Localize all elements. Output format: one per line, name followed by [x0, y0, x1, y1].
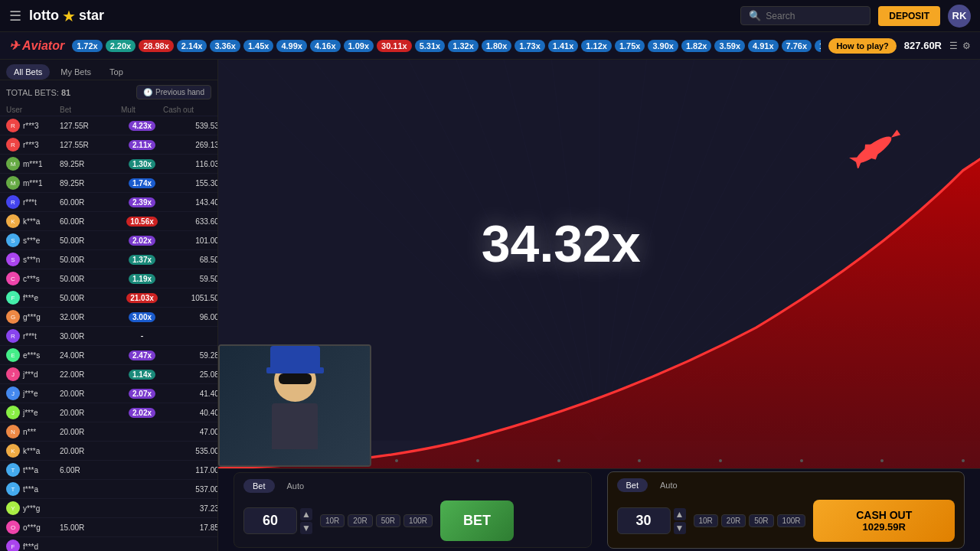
axis-dot	[880, 459, 884, 462]
quick-amount-button[interactable]: 100R	[777, 514, 806, 527]
hamburger-icon[interactable]: ☰	[9, 8, 21, 24]
table-row: Nn***20.00R47.00R	[0, 422, 217, 442]
multiplier-badge[interactable]: 1.73x	[514, 40, 545, 52]
cashout-cell: 96.00R	[163, 313, 217, 321]
deposit-button[interactable]: DEPOSIT	[878, 6, 940, 26]
bet-button[interactable]: BET	[440, 500, 514, 541]
search-icon: 🔍	[749, 10, 761, 21]
bet-amount-cell: 30.00R	[60, 332, 121, 341]
prev-hand-label: Previous hand	[155, 88, 204, 96]
bets-tab-top[interactable]: Top	[102, 64, 131, 80]
bet-amount-cell: 20.00R	[60, 447, 121, 455]
multiplier-badge[interactable]: 4.16x	[310, 40, 341, 52]
multiplier-cell: 2.11x	[121, 140, 163, 150]
cashout-cell: 17.85R	[163, 523, 217, 532]
bet-amount-cell: 89.25R	[60, 179, 121, 187]
multiplier-strip: 1.72x2.20x28.98x2.14x3.36x1.45x4.99x4.16…	[72, 40, 821, 52]
multiplier-badge[interactable]: 4.99x	[276, 40, 307, 52]
table-row: Ss***e50.00R2.02x101.00R	[0, 231, 217, 250]
prev-hand-button[interactable]: 🕐 Previous hand	[136, 85, 211, 99]
search-input[interactable]	[766, 11, 865, 21]
bet-amount-cell: 22.00R	[60, 370, 121, 379]
multiplier-badge[interactable]: 28.98x	[139, 40, 174, 52]
how-to-play-button[interactable]: How to play?	[828, 38, 896, 54]
avatar: M	[6, 176, 20, 190]
avatar: J	[6, 386, 20, 400]
username: j***e	[23, 409, 38, 417]
multiplier-badge[interactable]: 1.09x	[344, 40, 374, 52]
multiplier-badge[interactable]: 2.14x	[177, 40, 207, 52]
cashout-cell: 117.00R	[163, 466, 217, 474]
bets-tab-all-bets[interactable]: All Bets	[6, 64, 50, 80]
logo-star-icon: ★	[62, 7, 76, 25]
avatar: O	[6, 520, 20, 534]
user-cell: Mm***1	[6, 157, 60, 171]
multiplier-badge[interactable]: 1.11x	[815, 40, 821, 52]
multiplier-badge[interactable]: 3.36x	[210, 40, 240, 52]
multiplier-badge[interactable]: 4.91x	[748, 40, 779, 52]
quick-amount-button[interactable]: 50R	[376, 514, 400, 527]
avatar: C	[6, 272, 20, 285]
user-avatar[interactable]: RK	[948, 5, 971, 28]
top-nav: ☰ lotto ★ star 🔍 DEPOSIT RK	[0, 0, 980, 32]
table-row: Oo***g15.00R17.85R	[0, 518, 217, 537]
quick-amount-button[interactable]: 10R	[320, 514, 345, 527]
avatar: J	[6, 406, 20, 419]
username: k***a	[23, 217, 40, 226]
bet-amount-1: 60	[243, 507, 297, 534]
panel-tab-bet[interactable]: Bet	[243, 479, 275, 493]
bets-header: TOTAL BETS: 81 🕐 Previous hand	[0, 80, 217, 104]
multiplier-badge[interactable]: 5.31x	[415, 40, 446, 52]
amount-down-2[interactable]: ▼	[674, 522, 686, 534]
multiplier-badge[interactable]: 3.90x	[648, 40, 678, 52]
multiplier-badge[interactable]: 1.75x	[615, 40, 645, 52]
amount-up-2[interactable]: ▲	[674, 508, 686, 520]
cashout-cell: 269.13R	[163, 141, 217, 149]
amount-up-1[interactable]: ▲	[300, 508, 312, 520]
settings-icon[interactable]: ⚙	[962, 41, 971, 51]
quick-amount-button[interactable]: 10R	[694, 514, 718, 527]
list-icon[interactable]: ☰	[949, 41, 958, 51]
user-cell: Rr***3	[6, 138, 60, 152]
multiplier-badge[interactable]: 1.12x	[581, 40, 612, 52]
table-row: Ff***d	[0, 537, 217, 551]
avatar: M	[6, 157, 20, 171]
multiplier-badge[interactable]: 1.82x	[681, 40, 712, 52]
quick-amount-button[interactable]: 50R	[749, 514, 773, 527]
multiplier-badge[interactable]: 2.20x	[106, 40, 136, 52]
user-cell: Nn***	[6, 425, 60, 439]
avatar: G	[6, 310, 20, 324]
panel-tab-auto[interactable]: Auto	[278, 479, 314, 493]
multiplier-pill: 2.39x	[129, 197, 155, 207]
username: t***a	[23, 466, 38, 474]
table-row: Ee***s24.00R2.47x59.28R	[0, 346, 217, 365]
panel-tab-bet[interactable]: Bet	[617, 478, 648, 492]
quick-amount-button[interactable]: 100R	[403, 514, 433, 527]
multiplier-badge[interactable]: 1.80x	[482, 40, 512, 52]
username: g***g	[23, 313, 41, 321]
username: y***g	[23, 504, 40, 513]
quick-amount-button[interactable]: 20R	[721, 514, 746, 527]
balance-display: 827.60R	[904, 40, 942, 51]
multiplier-badge[interactable]: 3.59x	[714, 40, 745, 52]
panel-2-tabs: BetAuto	[617, 478, 956, 492]
multiplier-cell: 2.02x	[121, 236, 163, 246]
multiplier-badge[interactable]: 1.32x	[448, 40, 479, 52]
search-box: 🔍	[740, 6, 871, 25]
quick-amount-button[interactable]: 20R	[348, 514, 372, 527]
cashout-button[interactable]: CASH OUT 1029.59R	[813, 500, 955, 542]
settings-icons: ☰ ⚙	[949, 41, 971, 51]
table-row: Ss***n50.00R1.37x68.50R	[0, 250, 217, 269]
multiplier-cell: 1.19x	[121, 274, 163, 284]
multiplier-badge[interactable]: 7.76x	[782, 40, 812, 52]
amount-down-1[interactable]: ▼	[300, 522, 312, 534]
multiplier-badge[interactable]: 1.41x	[548, 40, 579, 52]
multiplier-badge[interactable]: 30.11x	[377, 40, 412, 52]
multiplier-badge[interactable]: 1.45x	[243, 40, 274, 52]
table-row: Rr***t60.00R2.39x143.40R	[0, 193, 217, 212]
bets-tab-my-bets[interactable]: My Bets	[53, 64, 99, 80]
username: r***3	[23, 122, 39, 130]
panel-tab-auto[interactable]: Auto	[651, 478, 687, 492]
username: o***g	[23, 523, 41, 532]
multiplier-badge[interactable]: 1.72x	[72, 40, 103, 52]
